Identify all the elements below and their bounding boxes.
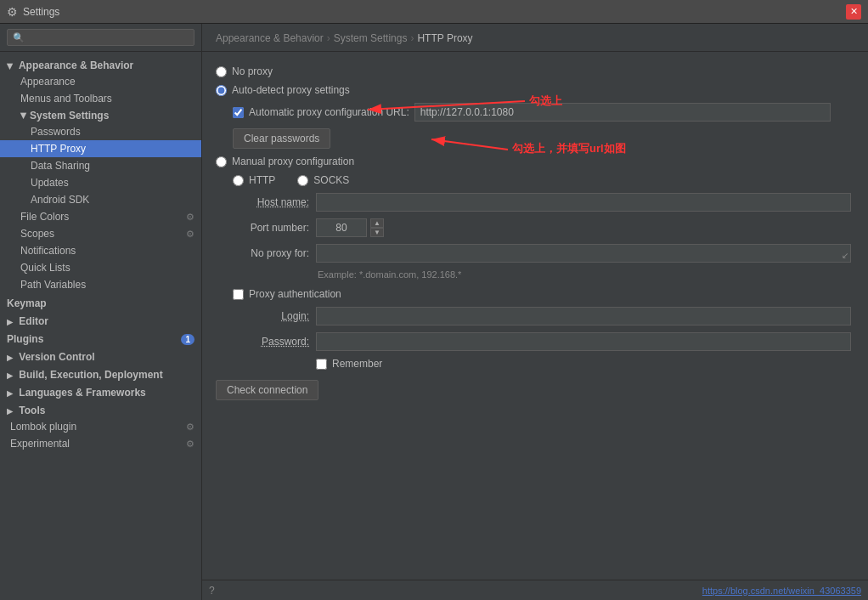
app-icon: ⚙ xyxy=(7,5,18,19)
gear-icon: ⚙ xyxy=(186,422,194,433)
sidebar-item-tools[interactable]: ▶ Tools xyxy=(0,400,201,418)
expand-icon[interactable]: ↙ xyxy=(842,251,848,260)
sidebar-item-file-colors[interactable]: File Colors ⚙ xyxy=(0,208,201,225)
proxy-url-input[interactable] xyxy=(414,103,831,122)
clear-passwords-button[interactable]: Clear passwords xyxy=(233,128,330,149)
sidebar-item-plugins[interactable]: Plugins 1 xyxy=(0,329,201,347)
auto-detect-label[interactable]: Auto-detect proxy settings xyxy=(232,84,350,96)
password-row: Password: xyxy=(233,332,854,351)
sidebar-item-build-execution[interactable]: ▶ Build, Execution, Deployment xyxy=(0,365,201,382)
socks-radio[interactable] xyxy=(297,175,308,186)
sidebar-item-appearance-behavior[interactable]: ▶ Appearance & Behavior xyxy=(0,55,201,73)
sidebar-item-quick-lists[interactable]: Quick Lists xyxy=(0,259,201,276)
breadcrumb-sep-1: › xyxy=(327,32,330,44)
proxy-auth-label[interactable]: Proxy authentication xyxy=(249,288,341,300)
remember-row: Remember xyxy=(316,358,854,370)
no-proxy-label[interactable]: No proxy xyxy=(232,65,273,77)
http-radio[interactable] xyxy=(233,175,244,186)
sidebar-item-notifications[interactable]: Notifications xyxy=(0,242,201,259)
sidebar-content: ▶ Appearance & Behavior Appearance Menus… xyxy=(0,52,201,600)
sidebar-item-version-control[interactable]: ▶ Version Control xyxy=(0,347,201,365)
sidebar-item-passwords[interactable]: Passwords xyxy=(0,123,201,140)
example-text: Example: *.domain.com, 192.168.* xyxy=(318,269,854,280)
expand-icon: ▶ xyxy=(6,64,14,70)
sidebar-item-http-proxy[interactable]: HTTP Proxy xyxy=(0,140,201,157)
sidebar-item-editor[interactable]: ▶ Editor xyxy=(0,311,201,329)
http-socks-row: HTTP SOCKS xyxy=(233,174,854,186)
port-down-button[interactable]: ▼ xyxy=(370,228,384,237)
auto-proxy-section: Automatic proxy configuration URL: Clear… xyxy=(233,103,854,149)
port-control: ▲ ▼ xyxy=(316,218,384,237)
bottom-bar: ? https://blog.csdn.net/weixin_43063359 xyxy=(202,580,868,600)
hostname-row: Host name: xyxy=(233,193,854,212)
gear-icon: ⚙ xyxy=(186,212,194,223)
search-box[interactable] xyxy=(0,24,201,52)
proxy-auth-row: Proxy authentication xyxy=(233,288,854,300)
sidebar-item-data-sharing[interactable]: Data Sharing xyxy=(0,157,201,174)
password-label: Password: xyxy=(233,336,309,348)
auto-proxy-url-row: Automatic proxy configuration URL: xyxy=(233,103,854,122)
no-proxy-row: No proxy xyxy=(216,65,854,77)
search-input[interactable] xyxy=(7,29,194,46)
port-row: Port number: ▲ ▼ xyxy=(233,218,854,237)
content-area: Appearance & Behavior › System Settings … xyxy=(202,24,868,600)
no-proxy-for-row: No proxy for: ↙ xyxy=(233,244,854,263)
sidebar-item-path-variables[interactable]: Path Variables xyxy=(0,276,201,293)
expand-icon: ▶ xyxy=(7,318,13,326)
sidebar-item-keymap[interactable]: Keymap xyxy=(0,293,201,311)
port-up-button[interactable]: ▲ xyxy=(370,218,384,228)
check-connection-button[interactable]: Check connection xyxy=(216,380,318,400)
sidebar-item-android-sdk[interactable]: Android SDK xyxy=(0,191,201,208)
sidebar-item-system-settings[interactable]: ▶ System Settings xyxy=(0,107,201,123)
no-proxy-radio[interactable] xyxy=(216,66,227,77)
sidebar-item-languages-frameworks[interactable]: ▶ Languages & Frameworks xyxy=(0,382,201,400)
breadcrumb-part-2[interactable]: System Settings xyxy=(334,32,408,44)
auto-proxy-url-checkbox[interactable] xyxy=(233,107,244,118)
sidebar-item-menus-toolbars[interactable]: Menus and Toolbars xyxy=(0,90,201,107)
breadcrumb-part-1[interactable]: Appearance & Behavior xyxy=(216,32,324,44)
csdn-link[interactable]: https://blog.csdn.net/weixin_43063359 xyxy=(702,586,861,596)
close-button[interactable]: ✕ xyxy=(846,4,861,20)
port-spinner[interactable]: ▲ ▼ xyxy=(370,218,384,237)
login-label: Login: xyxy=(233,310,309,322)
sidebar-item-scopes[interactable]: Scopes ⚙ xyxy=(0,225,201,242)
hostname-input[interactable] xyxy=(316,193,851,212)
sidebar-item-lombok-plugin[interactable]: Lombok plugin ⚙ xyxy=(0,418,201,435)
title-bar: ⚙ Settings ✕ xyxy=(0,0,868,24)
expand-icon: ▶ xyxy=(20,113,28,119)
manual-proxy-label[interactable]: Manual proxy configuration xyxy=(232,156,354,167)
plugins-badge: 1 xyxy=(181,334,194,345)
gear-icon: ⚙ xyxy=(186,439,194,450)
sidebar: ▶ Appearance & Behavior Appearance Menus… xyxy=(0,24,202,600)
auto-detect-row: Auto-detect proxy settings xyxy=(216,84,854,96)
breadcrumb-sep-2: › xyxy=(410,32,414,44)
socks-label[interactable]: SOCKS xyxy=(313,174,349,186)
auto-proxy-url-label[interactable]: Automatic proxy configuration URL: xyxy=(249,106,409,118)
no-proxy-for-wrap: ↙ xyxy=(316,244,851,263)
remember-checkbox[interactable] xyxy=(316,359,327,370)
breadcrumb-current: HTTP Proxy xyxy=(417,32,472,44)
manual-proxy-radio[interactable] xyxy=(216,156,227,167)
sidebar-item-updates[interactable]: Updates xyxy=(0,174,201,191)
settings-panel: No proxy Auto-detect proxy settings Auto… xyxy=(202,52,868,414)
help-icon[interactable]: ? xyxy=(209,585,215,597)
window-title: Settings xyxy=(23,6,846,18)
check-connection-section: Check connection xyxy=(216,380,854,400)
login-row: Login: xyxy=(233,307,854,325)
login-input[interactable] xyxy=(316,307,851,325)
manual-proxy-section: HTTP SOCKS Host name: Port number: xyxy=(233,174,854,370)
sidebar-item-appearance[interactable]: Appearance xyxy=(0,73,201,90)
no-proxy-for-label: No proxy for: xyxy=(233,247,309,259)
port-input[interactable] xyxy=(316,218,367,237)
expand-icon: ▶ xyxy=(7,354,13,362)
expand-icon: ▶ xyxy=(7,371,13,380)
auto-detect-radio[interactable] xyxy=(216,85,227,96)
password-input[interactable] xyxy=(316,332,851,351)
remember-label[interactable]: Remember xyxy=(332,358,382,370)
http-label[interactable]: HTTP xyxy=(249,174,275,186)
expand-icon: ▶ xyxy=(7,407,13,416)
no-proxy-for-input[interactable] xyxy=(316,244,851,263)
proxy-auth-checkbox[interactable] xyxy=(233,289,244,300)
sidebar-item-experimental[interactable]: Experimental ⚙ xyxy=(0,435,201,452)
main-container: ▶ Appearance & Behavior Appearance Menus… xyxy=(0,24,868,600)
